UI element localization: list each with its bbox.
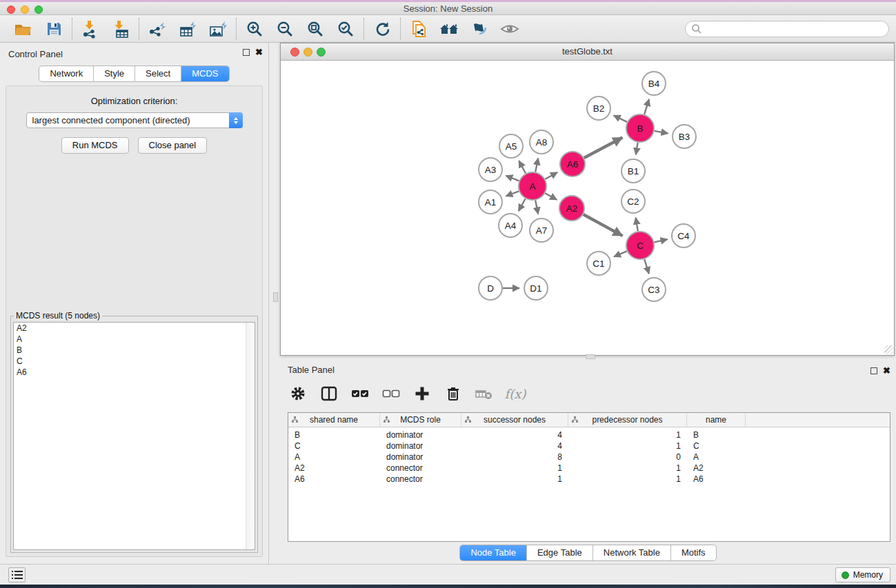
edge-A-A1[interactable] bbox=[506, 191, 519, 196]
edge-C-C4[interactable] bbox=[654, 239, 667, 242]
tab-select[interactable]: Select bbox=[135, 66, 181, 81]
delete-table-icon[interactable] bbox=[474, 383, 495, 404]
edge-A-A8[interactable] bbox=[535, 159, 538, 172]
node-B1[interactable]: B1 bbox=[621, 159, 645, 183]
refresh-layout-icon[interactable] bbox=[370, 17, 394, 41]
minimize-window-button[interactable] bbox=[303, 48, 312, 57]
column-layout-icon[interactable] bbox=[319, 383, 339, 404]
tab-network[interactable]: Network bbox=[39, 66, 94, 81]
node-A5[interactable]: A5 bbox=[499, 134, 523, 158]
export-table-icon[interactable] bbox=[176, 17, 199, 41]
gear-icon[interactable] bbox=[288, 383, 308, 404]
node-B2[interactable]: B2 bbox=[587, 97, 610, 120]
edge-A-A3[interactable] bbox=[506, 176, 519, 181]
zoom-in-icon[interactable] bbox=[243, 17, 266, 41]
edge-B-B2[interactable] bbox=[614, 115, 627, 121]
node-C[interactable]: C bbox=[626, 232, 654, 259]
node-B3[interactable]: B3 bbox=[673, 125, 696, 148]
tab-edge-table[interactable]: Edge Table bbox=[527, 545, 593, 560]
edge-A-A2[interactable] bbox=[545, 193, 557, 199]
mcds-result-list[interactable]: A2ABCA6 bbox=[13, 322, 255, 550]
column-header-predecessor-nodes[interactable]: predecessor nodes bbox=[568, 413, 687, 427]
memory-button[interactable]: Memory bbox=[835, 567, 890, 582]
node-A2[interactable]: A2 bbox=[559, 196, 584, 221]
node-D1[interactable]: D1 bbox=[524, 276, 548, 300]
import-network-icon[interactable] bbox=[79, 17, 102, 41]
table-row[interactable]: Adominator80A bbox=[288, 452, 890, 463]
deselect-all-icon[interactable] bbox=[381, 383, 401, 404]
node-C3[interactable]: C3 bbox=[642, 278, 666, 301]
import-table-icon[interactable] bbox=[109, 17, 132, 41]
zoom-out-icon[interactable] bbox=[273, 17, 297, 41]
delete-column-icon[interactable] bbox=[443, 383, 464, 404]
edge-C-C2[interactable] bbox=[636, 218, 638, 232]
zoom-selected-icon[interactable] bbox=[334, 17, 357, 41]
node-A6[interactable]: A6 bbox=[560, 152, 585, 176]
tab-style[interactable]: Style bbox=[94, 66, 135, 81]
result-item[interactable]: A2 bbox=[14, 323, 255, 334]
horizontal-splitter-handle[interactable] bbox=[586, 354, 595, 359]
save-icon[interactable] bbox=[42, 17, 66, 41]
table-row[interactable]: A2connector11A2 bbox=[288, 463, 890, 474]
node-table[interactable]: shared nameMCDS rolesuccessor nodesprede… bbox=[288, 412, 890, 542]
node-B[interactable]: B bbox=[626, 114, 654, 142]
zoom-window-button[interactable] bbox=[34, 6, 43, 14]
search-field[interactable] bbox=[685, 21, 889, 37]
export-network-icon[interactable] bbox=[146, 17, 169, 41]
tab-motifs[interactable]: Motifs bbox=[671, 545, 716, 560]
node-A4[interactable]: A4 bbox=[499, 214, 522, 237]
select-all-icon[interactable] bbox=[350, 383, 370, 404]
open-folder-icon[interactable] bbox=[12, 17, 35, 41]
result-item[interactable]: C bbox=[14, 356, 255, 367]
node-A8[interactable]: A8 bbox=[530, 130, 553, 154]
tab-node-table[interactable]: Node Table bbox=[460, 545, 527, 560]
edge-A-A6[interactable] bbox=[545, 172, 557, 179]
edge-A6-B[interactable] bbox=[584, 138, 623, 159]
close-window-button[interactable] bbox=[290, 48, 299, 57]
tab-mcds[interactable]: MCDS bbox=[181, 66, 228, 81]
close-panel-button[interactable]: Close panel bbox=[138, 137, 208, 154]
function-builder-icon[interactable]: f(x) bbox=[505, 383, 526, 404]
node-A[interactable]: A bbox=[519, 172, 546, 200]
table-row[interactable]: Bdominator41B bbox=[288, 429, 890, 440]
float-panel-icon[interactable] bbox=[870, 367, 877, 374]
export-image-icon[interactable] bbox=[206, 17, 230, 41]
minimize-window-button[interactable] bbox=[21, 6, 29, 14]
node-A1[interactable]: A1 bbox=[479, 190, 502, 214]
node-D[interactable]: D bbox=[479, 276, 502, 300]
edge-A-A7[interactable] bbox=[535, 201, 538, 214]
edge-A-A4[interactable] bbox=[519, 199, 526, 211]
vizmap-flag-icon[interactable] bbox=[468, 17, 491, 41]
edge-C-C3[interactable] bbox=[644, 259, 649, 274]
add-column-icon[interactable] bbox=[412, 383, 432, 404]
column-header-shared-name[interactable]: shared name bbox=[288, 413, 380, 427]
node-A7[interactable]: A7 bbox=[530, 219, 553, 242]
run-mcds-button[interactable]: Run MCDS bbox=[61, 137, 129, 154]
result-item[interactable]: A6 bbox=[14, 367, 255, 378]
vertical-splitter-handle[interactable] bbox=[273, 292, 278, 302]
close-panel-icon[interactable]: ✖ bbox=[883, 367, 890, 374]
scrollbar[interactable] bbox=[246, 323, 255, 549]
edge-B-B1[interactable] bbox=[636, 143, 638, 155]
resize-grip-icon[interactable] bbox=[884, 345, 893, 354]
zoom-window-button[interactable] bbox=[317, 48, 326, 57]
search-input[interactable] bbox=[702, 24, 875, 34]
edge-A2-C[interactable] bbox=[584, 214, 623, 236]
column-header-name[interactable]: name bbox=[687, 413, 746, 427]
eye-icon[interactable] bbox=[498, 17, 521, 41]
network-canvas[interactable]: B4B2BB3A8A5A6A3B1AA1C2A2A4A7C4CC1C3DD1 bbox=[281, 61, 894, 355]
node-C2[interactable]: C2 bbox=[621, 190, 645, 213]
node-B4[interactable]: B4 bbox=[642, 72, 666, 95]
edge-B-B4[interactable] bbox=[644, 99, 649, 114]
tab-network-table[interactable]: Network Table bbox=[593, 545, 671, 560]
criterion-dropdown[interactable]: largest connected component (directed) bbox=[26, 112, 243, 128]
table-row[interactable]: Cdominator41C bbox=[288, 440, 890, 452]
edge-C-C1[interactable] bbox=[614, 251, 627, 256]
node-C4[interactable]: C4 bbox=[672, 224, 695, 247]
column-header-successor-nodes[interactable]: successor nodes bbox=[461, 413, 568, 427]
clone-network-icon[interactable] bbox=[407, 17, 430, 41]
close-panel-icon[interactable]: ✖ bbox=[255, 49, 263, 56]
result-item[interactable]: B bbox=[14, 345, 255, 356]
close-window-button[interactable] bbox=[7, 6, 15, 14]
edge-B-B3[interactable] bbox=[655, 131, 668, 134]
